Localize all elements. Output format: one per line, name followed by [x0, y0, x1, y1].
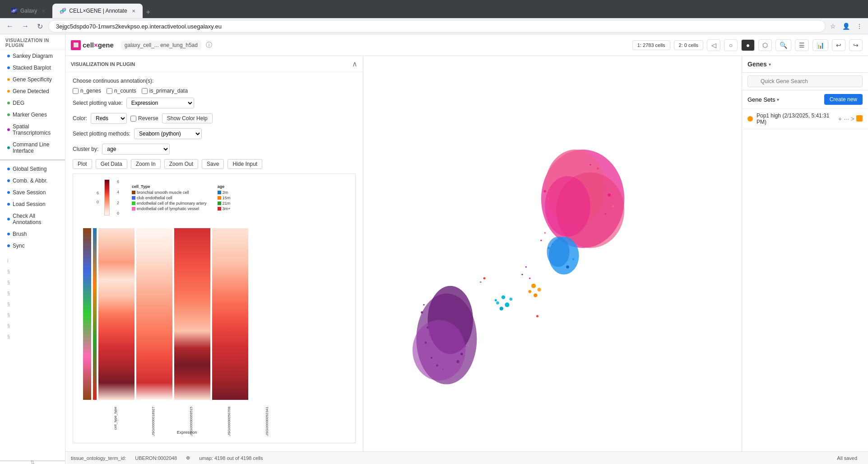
plotting-method-label: Select plotting methods: — [73, 131, 130, 137]
gene-sets-chevron[interactable]: ▾ — [777, 97, 779, 102]
tab-cellxgene-label: CELL×GENE | Annotate — [69, 8, 127, 14]
profile-icon[interactable]: 👤 — [840, 21, 852, 32]
plotting-method-select[interactable]: Seaborn (python) Matplotlib Plotly — [134, 128, 202, 139]
cell-count-1-button[interactable]: 1: 2783 cells — [632, 40, 670, 50]
colorbar-labels: 6 0 — [97, 191, 99, 204]
sidebar-item-deg[interactable]: DEG — [0, 97, 65, 109]
back-button[interactable]: ← — [4, 20, 16, 32]
gene-sets-title: Gene Sets ▾ — [747, 96, 779, 103]
sidebar-item-gene-specificity[interactable]: Gene Specificity — [0, 74, 65, 85]
cb-0: 0 — [117, 211, 119, 216]
svg-point-21 — [456, 360, 460, 363]
sidebar-letter-s2: § — [0, 277, 65, 288]
sidebar-item-brush[interactable]: Brush — [0, 228, 65, 240]
info-button[interactable]: ⓘ — [205, 40, 213, 50]
show-color-help-button[interactable]: Show Color Help — [162, 113, 213, 123]
tab-galaxy-close[interactable]: ✕ — [42, 9, 45, 14]
heatmap-svg-wrapper: cell_type_type ENSMUSG00000018927 ENSMUS… — [79, 219, 350, 437]
sidebar-item-save[interactable]: Save Session — [0, 187, 65, 198]
gene-set-chevron-right[interactable]: > — [851, 115, 854, 122]
plot-button[interactable]: Plot — [73, 159, 92, 169]
lasso-icon[interactable]: ⬡ — [758, 39, 772, 51]
gene-set-name-pop1[interactable]: Pop1 high (2/13/2025, 5:41:31 PM) — [757, 112, 835, 125]
gene-set-more-icon[interactable]: ··· — [844, 115, 849, 122]
sidebar-item-cli[interactable]: Command Line Interface — [0, 139, 65, 157]
n-counts-checkbox[interactable] — [107, 88, 112, 94]
zoom-in-button[interactable]: Zoom In — [131, 159, 161, 169]
chart-icon[interactable]: 📊 — [812, 39, 828, 51]
scatter-svg — [363, 56, 742, 451]
color-select[interactable]: Reds Blues Greens Viridis — [91, 113, 127, 124]
sidebar-item-check-annotations[interactable]: Check All Annotations — [0, 210, 65, 228]
is-primary-checkbox[interactable] — [142, 88, 148, 94]
svg-point-19 — [436, 364, 438, 366]
legend-item-3: endothelial cell of the pulmonary artery — [132, 201, 207, 206]
url-bar[interactable]: 3ejgc5dspdo70-1mwrs2kevkpso.ep.interacti… — [48, 20, 826, 33]
sidebar-resize-handle[interactable]: ⇅ — [0, 460, 65, 464]
hide-input-button[interactable]: Hide Input — [227, 159, 262, 169]
sidebar-item-marker-genes[interactable]: Marker Genes — [0, 109, 65, 121]
sidebar-label-comb: Comb. & Abbr. — [13, 178, 47, 184]
tissue-label: tissue_ontology_term_id: — [71, 455, 126, 461]
checkbox-is-primary[interactable]: is_primary_data — [142, 88, 188, 94]
n-genes-checkbox[interactable] — [73, 88, 79, 94]
tab-cellxgene-close[interactable]: ✕ — [132, 9, 135, 14]
sidebar-item-global[interactable]: Global Setting — [0, 163, 65, 175]
reload-button[interactable]: ↻ — [34, 20, 46, 33]
mode-filled-icon[interactable]: ● — [741, 39, 755, 51]
save-plot-button[interactable]: Save — [202, 159, 224, 169]
tab-galaxy-label: Galaxy — [20, 8, 37, 14]
new-tab-button[interactable]: + — [143, 6, 154, 18]
sidebar-item-sync[interactable]: Sync — [0, 240, 65, 252]
forward-button[interactable]: → — [19, 20, 32, 32]
sidebar-item-spatial[interactable]: Spatial Transcriptomics — [0, 121, 65, 139]
sidebar-dot-stacked — [7, 66, 10, 69]
sidebar-dot-global — [7, 168, 10, 170]
star-icon[interactable]: ☆ — [828, 21, 838, 32]
tab-cellxgene[interactable]: 🧬 CELL×GENE | Annotate ✕ — [52, 4, 142, 18]
sidebar-item-comb[interactable]: Comb. & Abbr. — [0, 175, 65, 187]
sidebar-item-sankey[interactable]: Sankey Diagram — [0, 50, 65, 62]
sidebar-label-cli: Command Line Interface — [13, 141, 61, 154]
sidebar-item-gene-detected[interactable]: Gene Detected — [0, 85, 65, 97]
checkbox-n-counts[interactable]: n_counts — [107, 88, 136, 94]
all-saved-label: All saved — [837, 455, 863, 461]
undo-icon[interactable]: ↩ — [832, 39, 845, 51]
plotting-method-row: Select plotting methods: Seaborn (python… — [73, 128, 356, 139]
gene-set-color-swatch[interactable] — [856, 115, 863, 122]
svg-point-23 — [465, 346, 466, 347]
svg-rect-0 — [83, 228, 91, 400]
svg-point-51 — [531, 284, 536, 288]
zoom-out-button[interactable]: Zoom Out — [164, 159, 198, 169]
reverse-checkbox[interactable] — [130, 116, 136, 122]
sidebar-item-load[interactable]: Load Session — [0, 198, 65, 210]
zoom-icon[interactable]: 🔍 — [775, 39, 791, 51]
redo-icon[interactable]: ↪ — [849, 39, 863, 51]
mode-circle-icon[interactable]: ○ — [724, 39, 738, 51]
reverse-label[interactable]: Reverse — [130, 115, 158, 122]
svg-point-38 — [582, 156, 584, 158]
cell-count-2-button[interactable]: 2: 0 cells — [674, 40, 703, 50]
age-item-1: 2m — [218, 190, 231, 195]
tab-galaxy[interactable]: 🌌 Galaxy ✕ — [4, 4, 52, 18]
list-icon[interactable]: ☰ — [795, 39, 809, 51]
plotting-value-select[interactable]: Expression n_genes n_counts — [126, 98, 194, 108]
colorbar-number-labels: 6 4 2 0 — [117, 179, 119, 216]
get-data-button[interactable]: Get Data — [96, 159, 127, 169]
cluster-by-select[interactable]: age cell_type tissue — [102, 144, 170, 155]
genes-chevron-down[interactable]: ▾ — [769, 62, 771, 67]
sidebar-dot-marker — [7, 113, 10, 116]
legend-item-2: club endothelial cell — [132, 196, 207, 200]
mode-back-icon[interactable]: ◁ — [707, 39, 720, 51]
legend-title: cell_Type — [132, 184, 207, 189]
checkbox-n-genes[interactable]: n_genes — [73, 88, 101, 94]
tab-galaxy-favicon: 🌌 — [11, 8, 18, 14]
menu-icon[interactable]: ⋮ — [854, 21, 864, 32]
svg-point-31 — [548, 198, 549, 199]
gene-set-add-icon[interactable]: + — [838, 115, 842, 122]
plugin-panel-collapse-icon[interactable]: ∧ — [352, 60, 357, 68]
create-new-button[interactable]: Create new — [824, 94, 863, 105]
gene-search-input[interactable] — [747, 75, 863, 87]
legend-label-1: bronchial smooth muscle cell — [137, 190, 189, 195]
sidebar-item-stacked[interactable]: Stacked Barplot — [0, 62, 65, 74]
